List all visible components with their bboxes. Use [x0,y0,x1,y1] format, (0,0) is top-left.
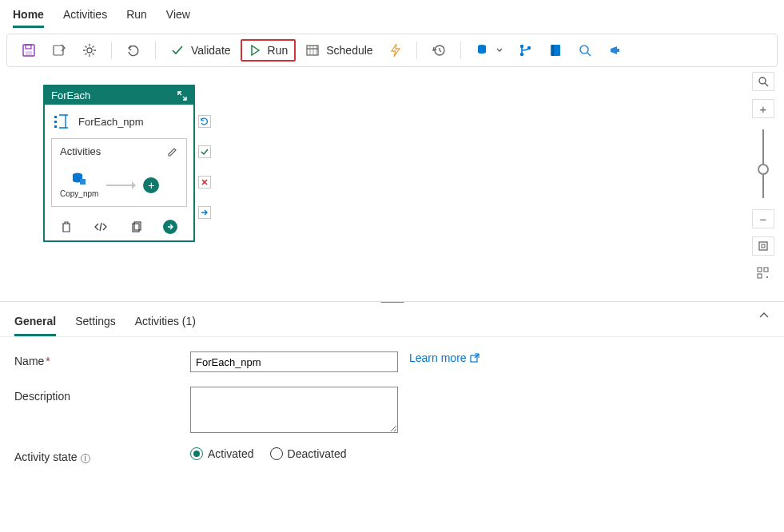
svg-rect-16 [552,45,554,56]
menu-run[interactable]: Run [126,5,147,28]
description-input[interactable] [190,387,398,433]
collapse-panel-button[interactable] [758,312,770,320]
menubar: Home Activities Run View [0,0,784,29]
database-icon [476,43,490,58]
menu-view[interactable]: View [166,5,190,28]
search-toolbar-button[interactable] [571,39,599,62]
open-button[interactable] [163,220,177,234]
name-label: Name* [14,351,190,367]
run-button[interactable]: Run [241,39,296,62]
branch-button[interactable] [512,39,539,62]
radio-activated[interactable]: Activated [190,447,254,460]
trigger-button[interactable] [383,39,408,62]
info-icon[interactable]: i [81,454,90,463]
check-icon [170,43,185,58]
branch-icon [519,43,533,58]
svg-point-27 [759,77,766,84]
handle-failure[interactable] [198,176,211,189]
activity-status-handles [198,115,211,219]
svg-point-13 [519,53,523,56]
lightning-icon [389,43,402,58]
discard-icon [52,43,66,58]
undo-icon [126,43,141,58]
toolbar-separator [155,42,156,59]
fit-button[interactable] [752,236,774,256]
menu-home[interactable]: Home [13,5,44,28]
activity-state-label: Activity statei [14,447,190,463]
svg-rect-30 [762,244,765,248]
card-header: ForEach [45,86,193,105]
toolbar-separator [111,42,112,59]
flow-arrow [106,185,135,186]
handle-skip[interactable] [198,115,211,128]
radio-deactivated[interactable]: Deactivated [270,447,347,460]
canvas-search-button[interactable] [752,72,774,91]
card-activities-box[interactable]: Activities Copy_npm + [51,138,187,207]
menu-activities[interactable]: Activities [63,5,107,28]
activity-state-radios: Activated Deactivated [190,447,347,460]
add-activity-button[interactable]: + [143,177,159,193]
zoom-out-button[interactable]: − [752,209,774,228]
properties-tabs: General Settings Activities (1) [0,305,784,337]
history-button[interactable] [425,39,452,62]
copy-activity-label: Copy_npm [60,189,98,198]
expand-icon[interactable] [177,91,187,101]
megaphone-icon [608,43,623,58]
save-icon [22,43,36,58]
zoom-in-button[interactable]: + [752,99,774,118]
pencil-icon[interactable] [167,146,178,157]
copy-icon [130,220,141,233]
svg-point-4 [87,48,92,53]
clone-button[interactable] [130,220,141,233]
zoom-slider[interactable] [762,129,764,198]
arrow-small-icon [201,208,209,216]
svg-rect-20 [54,116,57,118]
tab-activities[interactable]: Activities (1) [135,312,196,336]
chevron-up-icon [758,312,770,320]
svg-line-18 [587,53,591,56]
trash-icon [61,220,72,233]
card-header-title: ForEach [51,89,90,101]
svg-rect-29 [759,242,767,250]
handle-completion[interactable] [198,206,211,219]
undo-button[interactable] [120,39,147,62]
settings-toolbar-button[interactable] [76,39,103,62]
notebook-button[interactable] [543,39,568,62]
schedule-button[interactable]: Schedule [299,39,379,62]
tab-general[interactable]: General [14,312,56,336]
tab-settings[interactable]: Settings [75,312,116,336]
svg-rect-15 [551,45,560,56]
copy-data-icon [71,172,87,186]
svg-point-34 [766,276,768,278]
skip-icon [201,117,209,125]
foreach-activity-card[interactable]: ForEach ForEach_npm Activities Copy_npm … [43,85,195,242]
row-description: Description [14,387,770,433]
copy-activity-mini[interactable]: Copy_npm [60,172,98,198]
general-form: Name* Learn more Description Activity st… [0,337,784,492]
code-button[interactable] [94,221,108,232]
layout-button[interactable] [752,264,774,283]
zoom-slider-thumb[interactable] [758,164,769,175]
handle-success[interactable] [198,145,211,158]
announce-button[interactable] [602,39,629,62]
learn-more-link[interactable]: Learn more [409,351,480,364]
schedule-label: Schedule [326,44,372,57]
validate-button[interactable]: Validate [164,39,237,62]
svg-rect-31 [758,268,762,272]
svg-rect-19 [617,49,619,52]
name-input[interactable] [190,351,398,372]
inner-flow: Copy_npm + [60,172,178,198]
svg-rect-1 [26,45,31,49]
delete-button[interactable] [61,220,72,233]
pipeline-canvas[interactable]: ForEach ForEach_npm Activities Copy_npm … [0,67,784,302]
activities-label: Activities [60,145,101,157]
toolbar-separator [416,42,417,59]
save-button[interactable] [15,39,42,62]
chevron-down-icon [496,48,503,53]
data-source-button[interactable] [469,39,509,62]
layout-icon [757,267,770,280]
validate-label: Validate [191,44,231,57]
discard-button[interactable] [46,39,73,62]
external-link-icon [470,353,480,363]
run-label: Run [268,44,289,57]
